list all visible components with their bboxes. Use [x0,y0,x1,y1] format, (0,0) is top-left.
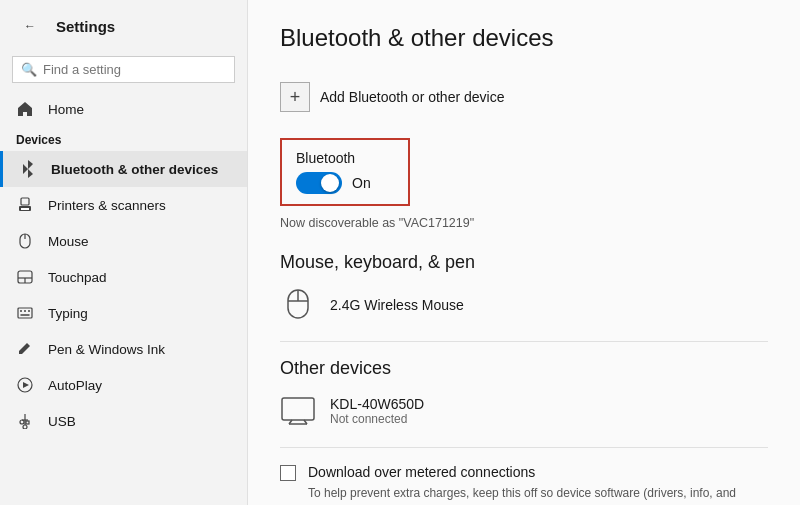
mouse-icon [16,232,34,250]
bluetooth-label: Bluetooth & other devices [51,162,218,177]
search-input[interactable] [43,62,226,77]
sidebar-item-bluetooth[interactable]: Bluetooth & other devices [0,151,247,187]
search-box[interactable]: 🔍 [12,56,235,83]
mouse-device-icon [280,287,316,323]
download-checkbox[interactable] [280,465,296,481]
printer-icon [16,196,34,214]
download-desc: To help prevent extra charges, keep this… [308,484,768,505]
add-icon: + [280,82,310,112]
svg-rect-18 [26,421,29,424]
main-content: Bluetooth & other devices + Add Bluetoot… [248,0,800,505]
bluetooth-state: On [352,175,371,191]
mouse-section-heading: Mouse, keyboard, & pen [280,252,768,273]
home-label: Home [48,102,84,117]
usb-label: USB [48,414,76,429]
mouse-device-item: 2.4G Wireless Mouse [280,287,768,323]
sidebar-section-devices: Devices [0,127,247,151]
bluetooth-toggle-box: Bluetooth On [280,138,410,206]
home-icon [16,100,34,118]
svg-rect-8 [18,308,32,318]
svg-point-19 [23,425,27,429]
tv-device-info: KDL-40W650D Not connected [330,396,424,426]
tv-device-item: KDL-40W650D Not connected [280,393,768,429]
sidebar-item-usb[interactable]: USB [0,403,247,439]
add-device-label: Add Bluetooth or other device [320,89,504,105]
printers-label: Printers & scanners [48,198,166,213]
sidebar-title: Settings [56,18,115,35]
typing-label: Typing [48,306,88,321]
download-row: Download over metered connections To hel… [280,464,768,505]
bluetooth-section-label: Bluetooth [296,150,394,166]
sidebar-item-typing[interactable]: Typing [0,295,247,331]
bluetooth-toggle[interactable] [296,172,342,194]
mouse-label: Mouse [48,234,89,249]
svg-marker-14 [23,382,29,388]
download-label: Download over metered connections [308,464,768,480]
mouse-device-name: 2.4G Wireless Mouse [330,297,464,313]
svg-rect-2 [21,208,29,210]
tv-device-icon [280,393,316,429]
search-icon: 🔍 [21,62,37,77]
divider-2 [280,447,768,448]
sidebar-header: ← Settings [0,0,247,52]
mouse-device-info: 2.4G Wireless Mouse [330,297,464,313]
page-title: Bluetooth & other devices [280,24,768,52]
bluetooth-icon [19,160,37,178]
other-section-heading: Other devices [280,358,768,379]
usb-icon [16,412,34,430]
bluetooth-toggle-row: On [296,172,394,194]
divider-1 [280,341,768,342]
sidebar-item-touchpad[interactable]: Touchpad [0,259,247,295]
svg-rect-1 [21,198,29,205]
touchpad-label: Touchpad [48,270,107,285]
add-device-button[interactable]: + Add Bluetooth or other device [280,72,768,122]
discoverable-text: Now discoverable as "VAC171219" [280,216,768,230]
sidebar-item-autoplay[interactable]: AutoPlay [0,367,247,403]
back-button[interactable]: ← [16,12,44,40]
toggle-thumb [321,174,339,192]
tv-device-name: KDL-40W650D [330,396,424,412]
autoplay-label: AutoPlay [48,378,102,393]
svg-point-17 [20,420,24,424]
tv-device-status: Not connected [330,412,424,426]
typing-icon [16,304,34,322]
sidebar-item-mouse[interactable]: Mouse [0,223,247,259]
sidebar-item-home[interactable]: Home [0,91,247,127]
svg-rect-23 [282,398,314,420]
download-text-block: Download over metered connections To hel… [308,464,768,505]
sidebar: ← Settings 🔍 Home Devices Bluetooth & ot… [0,0,248,505]
autoplay-icon [16,376,34,394]
pen-label: Pen & Windows Ink [48,342,165,357]
pen-icon [16,340,34,358]
touchpad-icon [16,268,34,286]
sidebar-item-printers[interactable]: Printers & scanners [0,187,247,223]
sidebar-item-pen[interactable]: Pen & Windows Ink [0,331,247,367]
